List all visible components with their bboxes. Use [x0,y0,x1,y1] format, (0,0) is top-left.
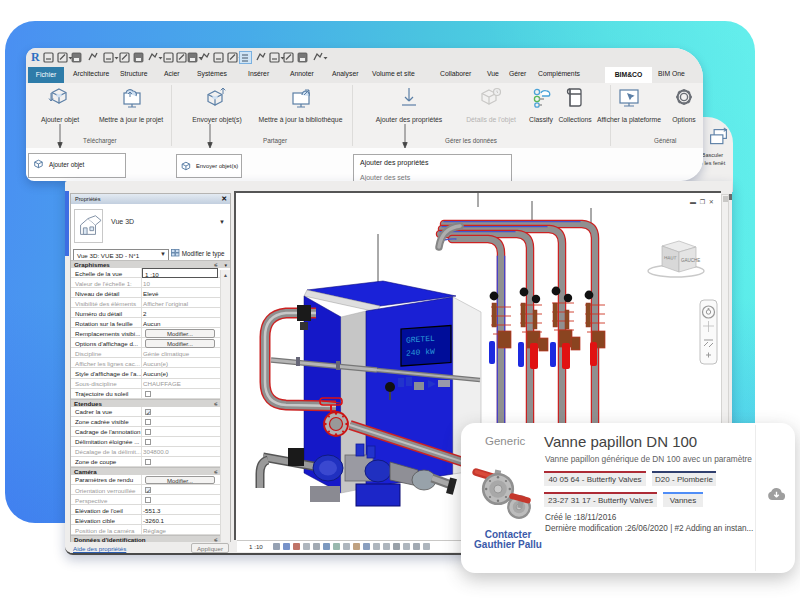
svg-text:GAUCHE: GAUCHE [681,258,700,263]
svg-text:R: R [31,50,40,64]
svg-text:HAUT: HAUT [664,255,677,261]
